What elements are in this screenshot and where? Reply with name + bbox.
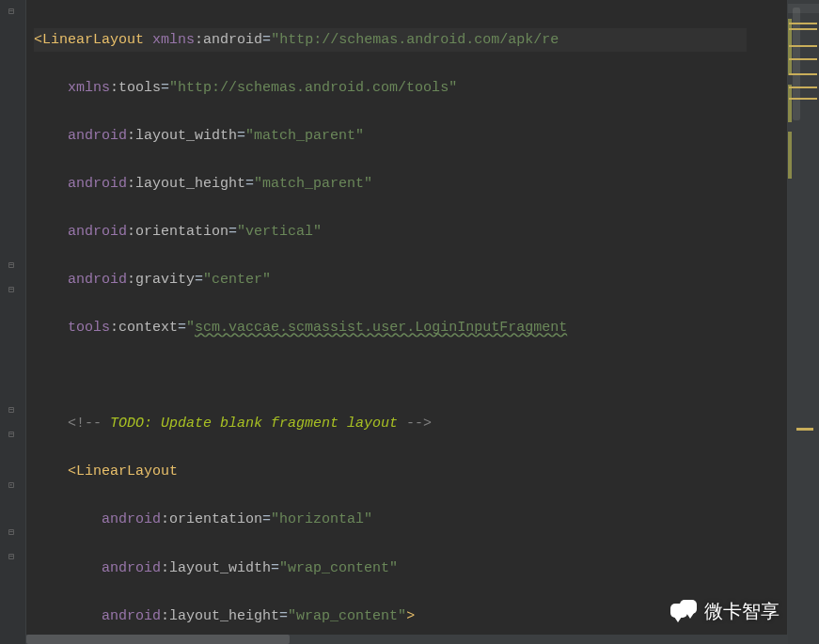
fold-icon[interactable]: ⊟ — [6, 526, 17, 538]
fold-icon[interactable]: ⊟ — [6, 404, 17, 416]
scrollbar-thumb-horizontal[interactable] — [26, 635, 290, 644]
minimap-change-marker — [788, 85, 792, 122]
gutter[interactable]: ⊟ ⊟ ⊟ ⊟ ⊟ ⊡ ⊟ ⊟ — [0, 0, 26, 644]
minimap-warning-marker — [789, 86, 817, 88]
fold-icon[interactable]: ⊟ — [6, 284, 17, 295]
fold-icon[interactable]: ⊡ — [6, 479, 17, 491]
scrollbar-horizontal[interactable] — [26, 635, 787, 644]
minimap-warning-marker — [789, 58, 817, 60]
minimap-warning-marker — [789, 98, 817, 100]
fold-icon[interactable]: ⊟ — [6, 259, 17, 271]
fold-icon[interactable]: ⊟ — [6, 6, 17, 17]
minimap-scrollbar[interactable] — [787, 0, 819, 644]
fold-icon[interactable]: ⊟ — [6, 551, 17, 562]
minimap-warning-marker — [789, 45, 817, 47]
minimap-warning-marker — [789, 73, 817, 75]
minimap-warning-marker — [789, 28, 817, 30]
minimap-viewport — [788, 4, 819, 13]
fold-icon[interactable]: ⊟ — [6, 429, 17, 440]
code-editor[interactable]: <LinearLayout xmlns:android="http://sche… — [26, 0, 787, 644]
editor-container: ⊟ ⊟ ⊟ ⊟ ⊟ ⊡ ⊟ ⊟ <LinearLayout xmlns:andr… — [0, 0, 819, 644]
minimap-warning-marker — [789, 23, 817, 24]
minimap-caret-marker — [796, 428, 813, 431]
minimap-change-marker — [788, 132, 792, 179]
scrollbar-thumb-vertical[interactable] — [793, 8, 800, 120]
minimap-change-marker — [788, 19, 792, 75]
